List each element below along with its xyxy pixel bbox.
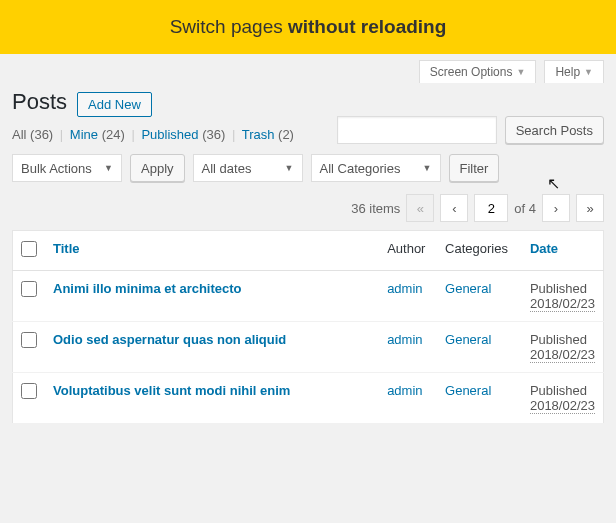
help-tab[interactable]: Help▼ — [544, 60, 604, 83]
view-published[interactable]: Published — [141, 127, 198, 142]
table-row: Animi illo minima et architectoadminGene… — [13, 271, 604, 322]
row-checkbox[interactable] — [21, 383, 37, 399]
page-title: Posts — [12, 89, 67, 115]
row-checkbox[interactable] — [21, 332, 37, 348]
category-link[interactable]: General — [445, 383, 491, 398]
table-row: Odio sed aspernatur quas non aliquidadmi… — [13, 322, 604, 373]
view-all[interactable]: All — [12, 127, 26, 142]
post-status: Published — [530, 332, 587, 347]
chevron-down-icon: ▼ — [584, 67, 593, 77]
banner-bold: without reloading — [288, 16, 446, 37]
category-link[interactable]: General — [445, 281, 491, 296]
author-link[interactable]: admin — [387, 332, 422, 347]
items-count: 36 items — [351, 201, 400, 216]
posts-table: Title Author Categories Date Animi illo … — [12, 230, 604, 424]
author-link[interactable]: admin — [387, 281, 422, 296]
post-status: Published — [530, 281, 587, 296]
first-page-button[interactable]: « — [406, 194, 434, 222]
col-author: Author — [379, 231, 437, 271]
view-mine[interactable]: Mine — [70, 127, 98, 142]
col-categories: Categories — [437, 231, 522, 271]
post-title-link[interactable]: Voluptatibus velit sunt modi nihil enim — [53, 383, 290, 398]
author-link[interactable]: admin — [387, 383, 422, 398]
post-date: 2018/02/23 — [530, 398, 595, 414]
search-posts-button[interactable]: Search Posts — [505, 116, 604, 144]
post-date: 2018/02/23 — [530, 296, 595, 312]
banner-prefix: Switch pages — [170, 16, 288, 37]
prev-page-button[interactable]: ‹ — [440, 194, 468, 222]
cursor-icon: ↖ — [547, 174, 560, 193]
total-pages: of 4 — [514, 201, 536, 216]
table-row: Voluptatibus velit sunt modi nihil enima… — [13, 373, 604, 424]
last-page-button[interactable]: » — [576, 194, 604, 222]
bulk-actions-select[interactable]: Bulk Actions — [12, 154, 122, 182]
next-page-button[interactable]: › — [542, 194, 570, 222]
filter-button[interactable]: Filter — [449, 154, 500, 182]
col-title[interactable]: Title — [53, 241, 80, 256]
screen-options-tab[interactable]: Screen Options▼ — [419, 60, 537, 83]
categories-select[interactable]: All Categories — [311, 154, 441, 182]
post-date: 2018/02/23 — [530, 347, 595, 363]
add-new-button[interactable]: Add New — [77, 92, 152, 117]
row-checkbox[interactable] — [21, 281, 37, 297]
current-page-input[interactable] — [474, 194, 508, 222]
search-input[interactable] — [337, 116, 497, 144]
select-all-checkbox[interactable] — [21, 241, 37, 257]
chevron-down-icon: ▼ — [516, 67, 525, 77]
apply-button[interactable]: Apply — [130, 154, 185, 182]
category-link[interactable]: General — [445, 332, 491, 347]
post-title-link[interactable]: Odio sed aspernatur quas non aliquid — [53, 332, 286, 347]
dates-select[interactable]: All dates — [193, 154, 303, 182]
view-trash[interactable]: Trash — [242, 127, 275, 142]
col-date[interactable]: Date — [530, 241, 558, 256]
promo-banner: Switch pages without reloading — [0, 0, 616, 54]
post-title-link[interactable]: Animi illo minima et architecto — [53, 281, 242, 296]
post-status: Published — [530, 383, 587, 398]
